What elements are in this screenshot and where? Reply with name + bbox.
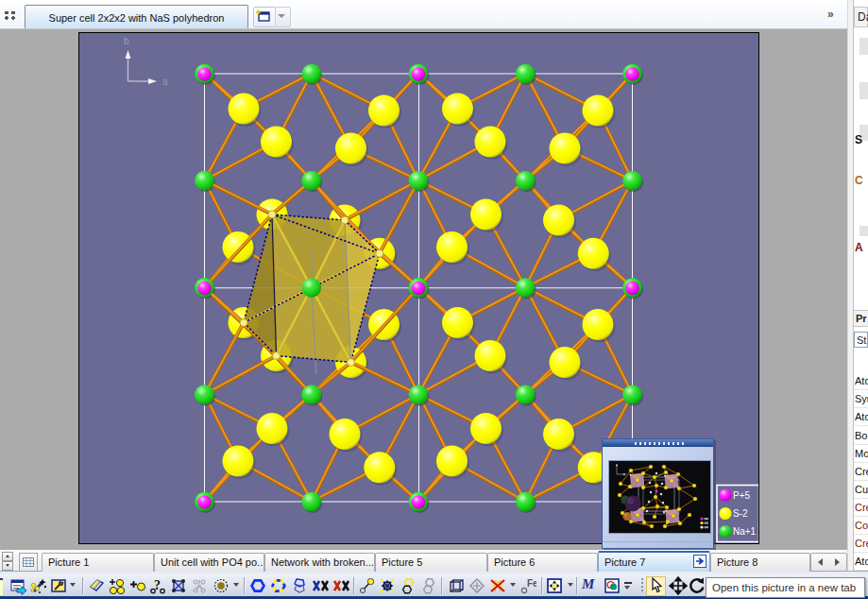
svg-text:a: a	[162, 77, 168, 87]
svg-text:P+5: P+5	[733, 490, 751, 501]
svg-text:Fe: Fe	[527, 578, 536, 589]
svg-text:b: b	[124, 36, 129, 46]
svg-text:Na+1: Na+1	[733, 526, 757, 537]
svg-text:S-2: S-2	[733, 508, 748, 519]
